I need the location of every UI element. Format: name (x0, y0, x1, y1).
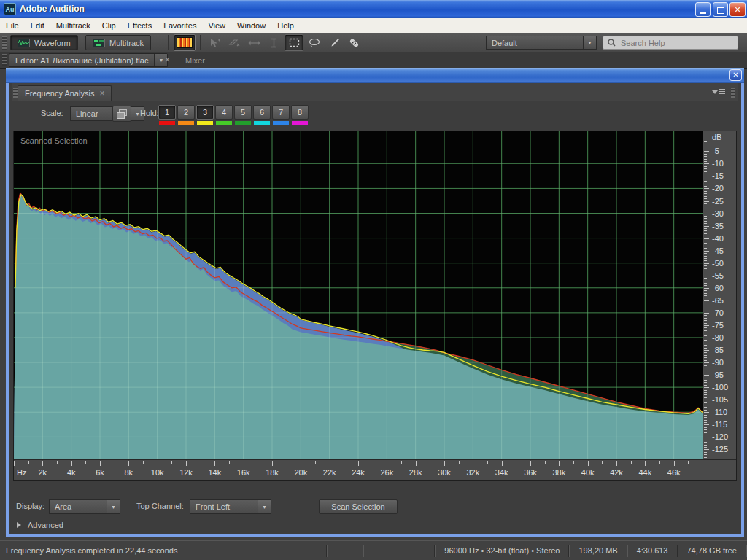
hold-4-group: 4 (215, 105, 233, 125)
panel-tab-label: Frequency Analysis (25, 89, 94, 98)
minimize-button[interactable] (695, 2, 711, 17)
freq-tick-label: 36k (524, 468, 537, 477)
panel-tab-close-icon[interactable]: × (99, 90, 104, 97)
spectrum-plot-area[interactable]: Scanned Selection (14, 131, 703, 459)
menu-effects[interactable]: Effects (122, 19, 158, 33)
db-tick-label: -100 (712, 383, 728, 392)
waveform-view-button[interactable]: Waveform (10, 35, 78, 50)
lasso-selection-tool[interactable] (306, 36, 323, 50)
editor-bar-grip[interactable] (2, 54, 7, 66)
float-window-close-button[interactable]: ✕ (729, 69, 742, 81)
freq-tick-label: 4k (67, 468, 76, 477)
frequency-analysis-window: ✕ Frequency Analysis × Scale: Linear ▼ H… (6, 68, 744, 537)
title-bar[interactable]: Au Adobe Audition ✕ (0, 0, 747, 18)
panel-tab-bar: Frequency Analysis × (12, 83, 738, 101)
advanced-label: Advanced (28, 521, 63, 529)
db-tick-label: -80 (712, 333, 724, 342)
ibeam-tool-icon (270, 38, 278, 48)
panel-menu-icon[interactable] (712, 89, 725, 96)
editor-tab-close-icon[interactable]: × (165, 56, 170, 63)
adobe-audition-window: Au Adobe Audition ✕ FileEditMultitrackCl… (0, 0, 747, 560)
freq-tick-label: 28k (409, 468, 422, 477)
paintbrush-selection-tool[interactable] (325, 36, 343, 50)
menu-file[interactable]: File (0, 19, 25, 33)
hold-color-chip-8 (292, 121, 308, 125)
top-channel-dropdown[interactable]: Front Left ▼ (190, 499, 271, 514)
hold-button-6[interactable]: 6 (253, 105, 271, 120)
db-tick-label: -30 (712, 209, 724, 218)
status-segment: 4:30.613 (628, 546, 677, 555)
search-help-input[interactable] (619, 38, 724, 48)
hold-color-chip-1 (159, 121, 175, 125)
freq-tick-label: 40k (581, 468, 595, 477)
multitrack-view-button[interactable]: Multitrack (85, 35, 151, 50)
hold-button-4[interactable]: 4 (215, 105, 233, 120)
status-info-group: 96000 Hz • 32-bit (float) • Stereo198,20… (434, 540, 747, 560)
copy-graph-button[interactable] (112, 106, 131, 122)
hold-button-group: 12345678 (158, 105, 309, 125)
freq-tick-label: 32k (466, 468, 479, 477)
search-help-box[interactable] (603, 36, 738, 50)
top-channel-value: Front Left (190, 502, 258, 511)
spectral-display-toggle[interactable] (174, 34, 196, 51)
menu-edit[interactable]: Edit (25, 19, 50, 33)
freq-tick-label: 22k (323, 468, 336, 477)
hold-3-group: 3 (196, 105, 214, 125)
restore-icon (717, 7, 724, 14)
db-axis-ruler: dB-5-10-15-20-25-30-35-40-45-50-55-60-65… (703, 131, 736, 459)
editor-file-tab[interactable]: Editor: A1 Ликование (Jubilation).flac ▼ (9, 53, 168, 67)
hold-button-3[interactable]: 3 (196, 105, 214, 120)
status-segment: 74,78 GB free (678, 546, 746, 555)
menu-view[interactable]: View (202, 19, 231, 33)
db-tick-label: -70 (712, 308, 724, 317)
freq-tick-label: 16k (237, 468, 250, 477)
db-tick-label: -50 (712, 259, 724, 268)
scan-selection-button[interactable]: Scan Selection (319, 499, 398, 514)
menu-help[interactable]: Help (271, 19, 300, 33)
chevron-down-icon: ▼ (583, 36, 596, 49)
waveform-icon (18, 39, 30, 47)
db-tick-label: dB (712, 133, 721, 141)
marquee-selection-tool[interactable] (285, 34, 303, 51)
status-bar: Frequency Analysis completed in 22,44 se… (0, 540, 747, 560)
freq-tick-label: 42k (610, 468, 623, 477)
minimize-icon (700, 12, 706, 14)
panel-grip-right[interactable] (731, 88, 735, 98)
scale-label: Scale: (41, 109, 63, 117)
menu-bar: FileEditMultitrackClipEffectsFavoritesVi… (0, 18, 747, 34)
frequency-analysis-tab[interactable]: Frequency Analysis × (18, 85, 112, 101)
spot-healing-brush-tool[interactable] (345, 36, 363, 50)
hold-button-5[interactable]: 5 (234, 105, 252, 120)
menu-window[interactable]: Window (231, 19, 271, 33)
mixer-tab[interactable]: Mixer (175, 53, 215, 67)
advanced-expander[interactable]: Advanced (17, 521, 63, 529)
toolbar: Waveform Multitrack Default ▼ (0, 33, 747, 53)
hold-button-1[interactable]: 1 (158, 105, 176, 120)
search-icon (608, 39, 616, 47)
hold-button-7[interactable]: 7 (272, 105, 290, 120)
chevron-down-icon: ▼ (107, 500, 120, 513)
close-button[interactable]: ✕ (729, 2, 746, 17)
menu-favorites[interactable]: Favorites (158, 19, 202, 33)
hold-button-8[interactable]: 8 (291, 105, 309, 120)
frequency-axis-ruler: Hz2k4k6k8k10k12k14k16k18k20k22k24k26k28k… (14, 459, 736, 480)
status-separator (363, 545, 364, 557)
freq-tick-label: 44k (638, 468, 651, 477)
menu-clip[interactable]: Clip (96, 19, 122, 33)
toolbar-grip[interactable] (2, 36, 7, 50)
menu-multitrack[interactable]: Multitrack (50, 19, 96, 33)
freq-tick-label: 2k (38, 468, 47, 477)
float-window-title-bar[interactable]: ✕ (6, 68, 744, 83)
db-tick-label: -5 (712, 147, 719, 155)
restore-button[interactable] (713, 2, 728, 17)
db-tick-label: -65 (712, 296, 724, 305)
editor-bar: Editor: A1 Ликование (Jubilation).flac ▼… (0, 52, 747, 69)
app-icon: Au (4, 3, 16, 15)
db-tick-label: -125 (712, 445, 728, 454)
hold-button-2[interactable]: 2 (177, 105, 195, 120)
freq-tick-label: 12k (179, 468, 193, 477)
display-dropdown[interactable]: Area ▼ (49, 499, 120, 514)
scale-dropdown[interactable]: Linear ▼ (70, 106, 144, 121)
workspace-dropdown[interactable]: Default ▼ (486, 36, 597, 50)
chevron-down-icon: ▼ (258, 500, 271, 513)
